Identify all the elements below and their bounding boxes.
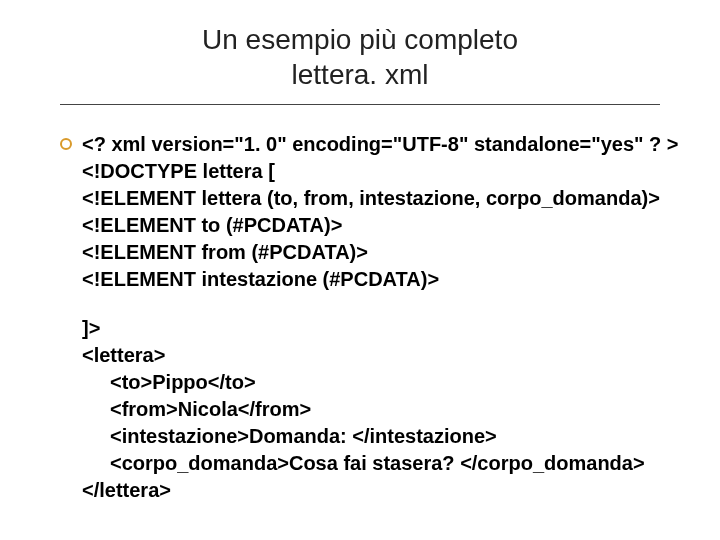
dtd-block: <? xml version="1. 0" encoding="UTF-8" s… <box>82 131 679 293</box>
xml-corpo-line: <corpo_domanda>Cosa fai stasera? </corpo… <box>82 450 660 477</box>
xml-to-line: <to>Pippo</to> <box>82 369 660 396</box>
xml-intestazione-line: <intestazione>Domanda: </intestazione> <box>82 423 660 450</box>
xml-instance-block: <lettera> <to>Pippo</to> <from>Nicola</f… <box>60 342 660 504</box>
slide-body: <? xml version="1. 0" encoding="UTF-8" s… <box>0 105 720 504</box>
dtd-bullet-row: <? xml version="1. 0" encoding="UTF-8" s… <box>60 131 660 293</box>
dtd-line-5: <!ELEMENT from (#PCDATA)> <box>82 239 679 266</box>
dtd-close-bracket: ]> <box>60 315 660 342</box>
xml-close-tag: </lettera> <box>82 477 660 504</box>
dtd-line-6: <!ELEMENT intestazione (#PCDATA)> <box>82 266 679 293</box>
bullet-circle-icon <box>60 138 72 150</box>
dtd-line-4: <!ELEMENT to (#PCDATA)> <box>82 212 679 239</box>
title-line-2: lettera. xml <box>0 57 720 92</box>
slide-title: Un esempio più completo lettera. xml <box>0 0 720 100</box>
title-line-1: Un esempio più completo <box>0 22 720 57</box>
xml-open-tag: <lettera> <box>82 342 660 369</box>
dtd-line-1: <? xml version="1. 0" encoding="UTF-8" s… <box>82 131 679 158</box>
dtd-line-2: <!DOCTYPE lettera [ <box>82 158 679 185</box>
dtd-line-3: <!ELEMENT lettera (to, from, intestazion… <box>82 185 679 212</box>
xml-from-line: <from>Nicola</from> <box>82 396 660 423</box>
